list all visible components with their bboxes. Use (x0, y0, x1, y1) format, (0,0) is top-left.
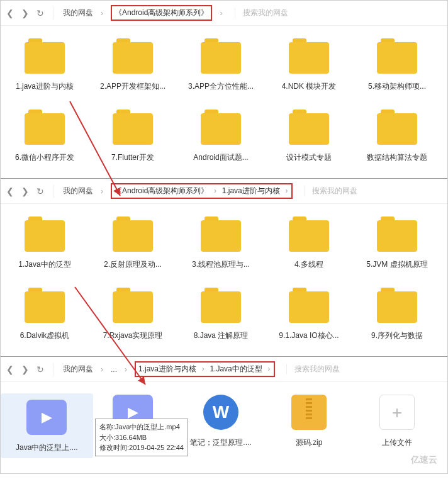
breadcrumb-path: 1.java进阶与内核 › 1.Java中的泛型 › (135, 361, 275, 377)
breadcrumb-folder[interactable]: 1.java进阶与内核 (138, 364, 196, 373)
folder-label: 4.NDK 模块开发 (265, 81, 353, 92)
folder-label: 7.Flutter开发 (89, 152, 177, 163)
tooltip-mtime: 修改时间:2019-04-25 22:44 (99, 442, 184, 453)
divider (53, 185, 54, 198)
search-input[interactable]: 搜索我的网盘 (304, 186, 357, 196)
file-item-video[interactable]: ▶ Java中的泛型上.... (1, 393, 89, 458)
refresh-icon[interactable]: ↻ (36, 186, 45, 196)
folder-item[interactable]: 1.Java中的泛型 (1, 210, 89, 270)
folder-label: 5.JVM 虚拟机原理 (353, 259, 441, 270)
folder-item[interactable]: 4.多线程 (265, 210, 353, 270)
refresh-icon[interactable]: ↻ (36, 364, 45, 374)
folder-item[interactable]: 7.Flutter开发 (89, 103, 177, 163)
breadcrumb-folder[interactable]: 《Android高级架构师系列》 (111, 5, 212, 21)
folder-label: 1.Java中的泛型 (1, 259, 89, 270)
folder-item[interactable]: 5.JVM 虚拟机原理 (353, 210, 441, 270)
folder-item[interactable]: 3.APP全方位性能... (177, 32, 265, 92)
back-icon[interactable]: ❮ (6, 8, 14, 18)
navbar-1: ❮ ❯ ↻ 我的网盘 › 《Android高级架构师系列》 › 搜索我的网盘 (1, 1, 447, 26)
tooltip-size: 大小:316.64MB (99, 432, 184, 443)
breadcrumb-folder[interactable]: 1.java进阶与内核 (222, 186, 280, 195)
chevron-right-icon: › (101, 9, 103, 18)
chevron-right-icon: › (283, 186, 288, 195)
folder-item[interactable]: 6.Dalvik虚拟机 (1, 281, 89, 341)
file-grid-3: ▶ Java中的泛型上.... ▶ W 笔记；泛型原理.... 源码.zip +… (1, 382, 447, 473)
breadcrumb-folder[interactable]: 1.Java中的泛型 (210, 364, 262, 373)
navbar-3: ❮ ❯ ↻ 我的网盘 › ... › 1.java进阶与内核 › 1.Java中… (1, 357, 447, 382)
folder-item[interactable]: 2.APP开发框架知... (89, 32, 177, 92)
navbar-2: ❮ ❯ ↻ 我的网盘 › 《Android高级架构师系列》 › 1.java进阶… (1, 179, 447, 204)
file-item-zip[interactable]: 源码.zip (265, 393, 353, 458)
forward-icon[interactable]: ❯ (21, 186, 30, 196)
upload-label: 上传文件 (353, 437, 441, 448)
folder-label: 5.移动架构师项... (353, 81, 441, 92)
breadcrumb-home[interactable]: 我的网盘 (63, 186, 93, 196)
file-item-doc[interactable]: W 笔记；泛型原理.... (177, 393, 265, 458)
folder-label: 6.Dalvik虚拟机 (1, 330, 89, 341)
file-label: 笔记；泛型原理.... (177, 437, 265, 448)
folder-item[interactable]: 1.java进阶与内核 (1, 32, 89, 92)
chevron-right-icon: › (101, 365, 103, 374)
breadcrumb-path: 《Android高级架构师系列》 › 1.java进阶与内核 › (111, 183, 293, 199)
folder-label: 6.微信小程序开发 (1, 152, 89, 163)
file-label: Java中的泛型上.... (12, 442, 82, 453)
folder-item[interactable]: 7.Rxjava实现原理 (89, 281, 177, 341)
chevron-right-icon: › (101, 187, 103, 196)
divider (53, 363, 54, 376)
folder-item[interactable]: 设计模式专题 (265, 103, 353, 163)
folder-label: Android面试题... (177, 152, 265, 163)
file-tooltip: 名称:Java中的泛型上.mp4 大小:316.64MB 修改时间:2019-0… (95, 419, 188, 456)
chevron-right-icon: › (125, 365, 127, 374)
chevron-right-icon: › (199, 364, 206, 373)
chevron-right-icon: › (212, 186, 219, 195)
folder-label: 数据结构算法专题 (353, 152, 441, 163)
folder-label: 9.1.Java IO核心... (265, 330, 353, 341)
folder-label: 2.反射原理及动... (89, 259, 177, 270)
breadcrumb-home[interactable]: 我的网盘 (63, 364, 93, 374)
folder-item[interactable]: 8.Java 注解原理 (177, 281, 265, 341)
breadcrumb-ellipsis[interactable]: ... (111, 365, 117, 374)
upload-button[interactable]: + 上传文件 (353, 393, 441, 458)
folder-item[interactable]: 3.线程池原理与... (177, 210, 265, 270)
refresh-icon[interactable]: ↻ (36, 8, 45, 18)
forward-icon[interactable]: ❯ (21, 364, 30, 374)
folder-label: 设计模式专题 (265, 152, 353, 163)
folder-label: 3.线程池原理与... (177, 259, 265, 270)
folder-item[interactable]: 9.序列化与数据 (353, 281, 441, 341)
folder-item[interactable]: 2.反射原理及动... (89, 210, 177, 270)
folder-label: 8.Java 注解原理 (177, 330, 265, 341)
file-grid-2: 1.Java中的泛型 2.反射原理及动... 3.线程池原理与... 4.多线程… (1, 204, 447, 356)
divider (53, 7, 54, 20)
forward-icon[interactable]: ❯ (21, 8, 30, 18)
breadcrumb-home[interactable]: 我的网盘 (63, 8, 93, 18)
folder-label: 7.Rxjava实现原理 (89, 330, 177, 341)
folder-label: 4.多线程 (265, 259, 353, 270)
folder-item[interactable]: 数据结构算法专题 (353, 103, 441, 163)
pane-2: ❮ ❯ ↻ 我的网盘 › 《Android高级架构师系列》 › 1.java进阶… (1, 179, 447, 357)
video-icon: ▶ (26, 400, 67, 435)
word-icon: W (203, 395, 238, 430)
back-icon[interactable]: ❮ (6, 364, 14, 374)
file-grid-1: 1.java进阶与内核 2.APP开发框架知... 3.APP全方位性能... … (1, 26, 447, 178)
chevron-right-icon: › (266, 364, 270, 373)
back-icon[interactable]: ❮ (6, 186, 14, 196)
tooltip-name: 名称:Java中的泛型上.mp4 (99, 422, 184, 432)
folder-item[interactable]: 9.1.Java IO核心... (265, 281, 353, 341)
chevron-right-icon: › (220, 9, 222, 18)
search-input[interactable]: 搜索我的网盘 (235, 8, 288, 18)
pane-1: ❮ ❯ ↻ 我的网盘 › 《Android高级架构师系列》 › 搜索我的网盘 1… (1, 1, 447, 179)
folder-item[interactable]: 6.微信小程序开发 (1, 103, 89, 163)
folder-label: 2.APP开发框架知... (89, 81, 177, 92)
watermark: 亿速云 (411, 454, 437, 466)
folder-item[interactable]: Android面试题... (177, 103, 265, 163)
plus-icon: + (379, 395, 415, 430)
folder-label: 3.APP全方位性能... (177, 81, 265, 92)
zip-icon (291, 395, 327, 430)
folder-item[interactable]: 5.移动架构师项... (353, 32, 441, 92)
pane-3: ❮ ❯ ↻ 我的网盘 › ... › 1.java进阶与内核 › 1.Java中… (1, 357, 447, 473)
breadcrumb-folder[interactable]: 《Android高级架构师系列》 (115, 186, 208, 195)
file-label: 源码.zip (265, 437, 353, 448)
folder-item[interactable]: 4.NDK 模块开发 (265, 32, 353, 92)
folder-label: 9.序列化与数据 (353, 330, 441, 341)
search-input[interactable]: 搜索我的网盘 (286, 364, 340, 374)
